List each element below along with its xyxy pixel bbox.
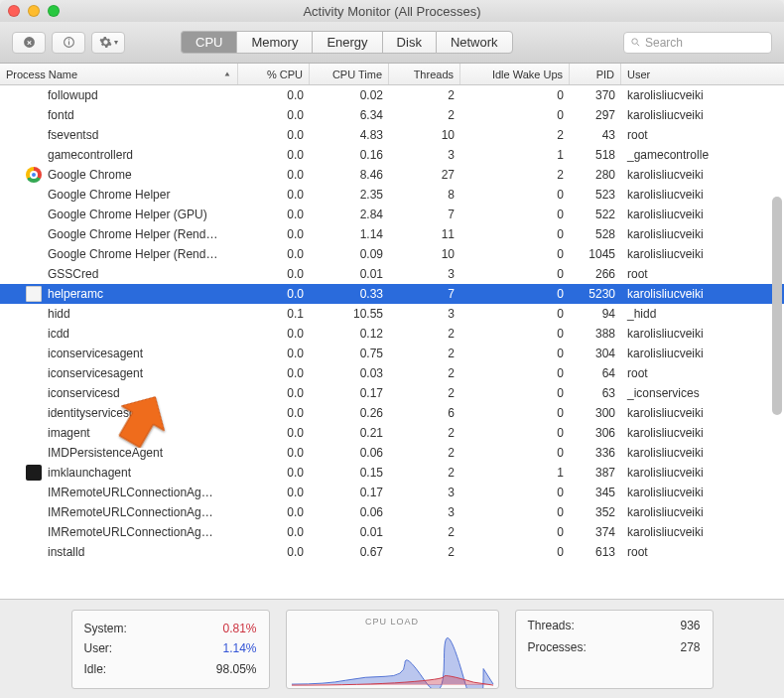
table-row[interactable]: iconservicesagent0.00.7520304karolisliuc… <box>0 344 784 363</box>
info-button[interactable] <box>52 32 85 54</box>
process-name-cell: imagent <box>0 426 238 440</box>
cell-cpu: 0.0 <box>238 486 310 499</box>
table-row[interactable]: helperamc0.00.33705230karolisliucveiki <box>0 284 784 304</box>
cell-time: 6.34 <box>310 108 389 122</box>
cell-user: karolisliucveiki <box>621 227 784 241</box>
cell-threads: 2 <box>389 446 460 460</box>
cell-wake: 0 <box>460 386 570 400</box>
process-name-cell: identityservicesd <box>0 406 238 420</box>
table-row[interactable]: GSSCred0.00.0130266root <box>0 264 784 284</box>
tab-disk[interactable]: Disk <box>382 31 436 54</box>
cell-pid: 43 <box>570 128 621 142</box>
col-threads[interactable]: Threads <box>389 64 460 84</box>
cell-cpu: 0.0 <box>238 128 310 142</box>
cell-wake: 0 <box>460 505 570 519</box>
table-row[interactable]: IMRemoteURLConnectionAg…0.00.0120374karo… <box>0 522 784 542</box>
cell-cpu: 0.0 <box>238 426 310 440</box>
svg-rect-1 <box>67 41 68 45</box>
system-value: 0.81% <box>222 622 256 635</box>
close-button[interactable] <box>8 5 20 17</box>
cell-user: karolisliucveiki <box>621 88 784 102</box>
process-name-cell: IMRemoteURLConnectionAg… <box>0 486 238 499</box>
cell-cpu: 0.0 <box>238 208 310 221</box>
table-row[interactable]: Google Chrome Helper (Rend…0.01.14110528… <box>0 224 784 244</box>
table-row[interactable]: IMRemoteURLConnectionAg…0.00.0630352karo… <box>0 502 784 522</box>
cell-user: karolisliucveiki <box>621 108 784 122</box>
col-cpu[interactable]: % CPU <box>238 64 310 84</box>
cell-time: 0.09 <box>310 247 389 261</box>
table-row[interactable]: IMRemoteURLConnectionAg…0.00.1730345karo… <box>0 483 784 502</box>
idle-value: 98.05% <box>216 662 257 676</box>
table-row[interactable]: IMDPersistenceAgent0.00.0620336karolisli… <box>0 443 784 463</box>
cell-threads: 3 <box>389 267 460 281</box>
cell-time: 0.02 <box>310 88 389 102</box>
cell-time: 0.06 <box>310 505 389 519</box>
maximize-button[interactable] <box>48 5 60 17</box>
cell-wake: 0 <box>460 188 570 202</box>
table-row[interactable]: fseventsd0.04.8310243root <box>0 125 784 145</box>
col-cpu-time[interactable]: CPU Time <box>310 64 389 84</box>
table-row[interactable]: hidd0.110.553094_hidd <box>0 304 784 324</box>
cell-cpu: 0.0 <box>238 247 310 261</box>
term-app-icon <box>26 465 42 481</box>
tab-cpu[interactable]: CPU <box>181 31 236 54</box>
table-row[interactable]: imagent0.00.2120306karolisliucveiki <box>0 423 784 443</box>
cell-user: karolisliucveiki <box>621 505 784 519</box>
cell-time: 0.26 <box>310 406 389 420</box>
scrollbar[interactable] <box>770 87 782 597</box>
search-placeholder: Search <box>645 36 683 50</box>
col-pid[interactable]: PID <box>570 64 621 84</box>
table-row[interactable]: iconservicesagent0.00.032064root <box>0 363 784 383</box>
cell-threads: 27 <box>389 168 460 182</box>
window-title: Activity Monitor (All Processes) <box>0 4 784 19</box>
cell-pid: 300 <box>570 406 621 420</box>
cell-user: root <box>621 128 784 142</box>
cpu-load-graph: CPU LOAD <box>286 610 499 689</box>
table-row[interactable]: installd0.00.6720613root <box>0 542 784 562</box>
activity-monitor-window: Activity Monitor (All Processes) ▾ CPU M… <box>0 0 784 698</box>
cell-time: 0.33 <box>310 287 389 301</box>
cell-pid: 370 <box>570 88 621 102</box>
cell-pid: 280 <box>570 168 621 182</box>
svg-point-3 <box>632 39 638 45</box>
table-row[interactable]: Google Chrome Helper0.02.3580523karolisl… <box>0 185 784 205</box>
search-input[interactable]: Search <box>623 32 772 54</box>
stop-process-button[interactable] <box>12 32 46 54</box>
svg-rect-2 <box>67 39 68 40</box>
table-row[interactable]: imklaunchagent0.00.1521387karolisliucvei… <box>0 463 784 483</box>
settings-button[interactable]: ▾ <box>91 32 125 54</box>
table-row[interactable]: icdd0.00.1220388karolisliucveiki <box>0 324 784 344</box>
table-row[interactable]: Google Chrome0.08.46272280karolisliucvei… <box>0 165 784 185</box>
table-row[interactable]: gamecontrollerd0.00.1631518_gamecontroll… <box>0 145 784 165</box>
table-row[interactable]: identityservicesd0.00.2660300karolisliuc… <box>0 403 784 423</box>
scrollbar-thumb[interactable] <box>772 197 782 415</box>
col-idle-wake-ups[interactable]: Idle Wake Ups <box>460 64 570 84</box>
table-row[interactable]: Google Chrome Helper (Rend…0.00.09100104… <box>0 244 784 264</box>
cell-pid: 306 <box>570 426 621 440</box>
process-table[interactable]: followupd0.00.0220370karolisliucveikifon… <box>0 85 784 599</box>
tab-memory[interactable]: Memory <box>236 31 312 54</box>
cell-wake: 2 <box>460 128 570 142</box>
cell-user: karolisliucveiki <box>621 347 784 360</box>
footer-stats: System:0.81% User:1.14% Idle:98.05% CPU … <box>0 599 784 698</box>
tab-energy[interactable]: Energy <box>312 31 381 54</box>
cell-time: 0.17 <box>310 386 389 400</box>
toolbar: ▾ CPU Memory Energy Disk Network Search <box>0 22 784 64</box>
cell-wake: 0 <box>460 307 570 321</box>
minimize-button[interactable] <box>28 5 40 17</box>
process-name-cell: Google Chrome Helper (Rend… <box>0 227 238 241</box>
process-name-cell: IMRemoteURLConnectionAg… <box>0 525 238 539</box>
table-row[interactable]: iconservicesd0.00.172063_iconservices <box>0 383 784 403</box>
cell-time: 1.14 <box>310 227 389 241</box>
col-user[interactable]: User <box>621 64 784 84</box>
svg-line-4 <box>637 44 639 46</box>
table-row[interactable]: followupd0.00.0220370karolisliucveiki <box>0 85 784 105</box>
cell-threads: 2 <box>389 545 460 559</box>
cell-wake: 0 <box>460 88 570 102</box>
table-row[interactable]: fontd0.06.3420297karolisliucveiki <box>0 105 784 125</box>
tab-network[interactable]: Network <box>436 31 513 54</box>
col-process-name[interactable]: Process Name <box>0 64 238 84</box>
cell-cpu: 0.0 <box>238 267 310 281</box>
table-row[interactable]: Google Chrome Helper (GPU)0.02.8470522ka… <box>0 205 784 224</box>
cell-user: karolisliucveiki <box>621 406 784 420</box>
